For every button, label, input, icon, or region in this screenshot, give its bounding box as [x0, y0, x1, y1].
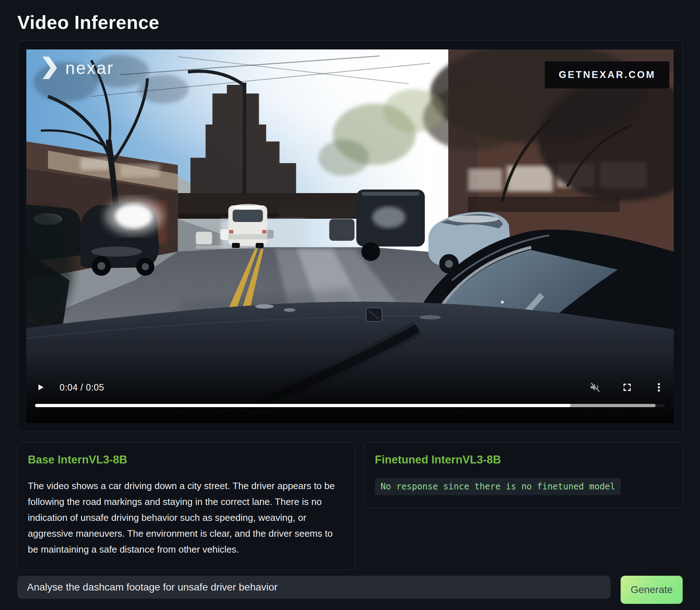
base-model-title: Base InternVL3-8B: [28, 453, 345, 466]
base-model-response: The video shows a car driving down a cit…: [28, 478, 345, 557]
play-icon[interactable]: [36, 382, 45, 392]
prompt-row: Generate: [17, 576, 683, 604]
finetuned-model-title: Finetuned InternVL3-8B: [375, 453, 672, 466]
nexar-watermark: nexar: [41, 57, 114, 79]
kebab-menu-icon[interactable]: [653, 382, 664, 393]
progress-played: [35, 404, 570, 407]
video-card: nexar GETNEXAR.COM 0:04 / 0:05: [17, 40, 683, 432]
page-title: Video Inference: [17, 12, 683, 33]
generate-button[interactable]: Generate: [621, 576, 683, 604]
dashcam-video-frame[interactable]: nexar GETNEXAR.COM 0:04 / 0:05: [26, 49, 674, 423]
video-progress-bar[interactable]: [35, 404, 665, 407]
muted-volume-icon[interactable]: [589, 382, 601, 393]
finetuned-model-response: No response since there is no finetuned …: [375, 478, 621, 495]
base-model-panel: Base InternVL3-8B The video shows a car …: [17, 442, 355, 570]
model-output-panels: Base InternVL3-8B The video shows a car …: [17, 442, 683, 570]
video-controls: 0:04 / 0:05: [36, 381, 664, 393]
nexar-chevron-icon: [41, 57, 58, 79]
fullscreen-icon[interactable]: [622, 382, 633, 393]
time-display: 0:04 / 0:05: [60, 382, 104, 393]
video-inference-page: Video Inference: [0, 0, 700, 604]
nexar-wordmark: nexar: [65, 58, 114, 78]
finetuned-model-panel: Finetuned InternVL3-8B No response since…: [364, 442, 683, 508]
getnexar-badge: GETNEXAR.COM: [545, 61, 669, 88]
prompt-input[interactable]: [17, 576, 611, 599]
